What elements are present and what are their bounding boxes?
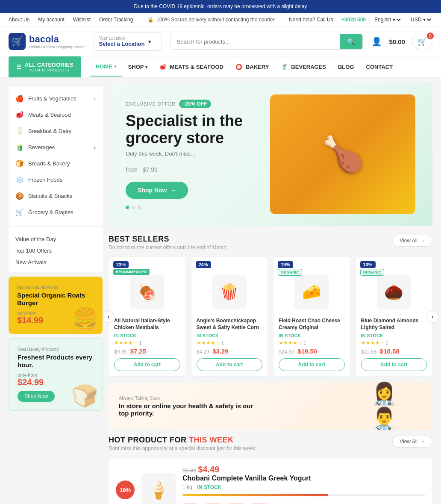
sidebar-item-fruits[interactable]: 🍎Fruits & Vegetables › xyxy=(9,90,103,106)
hot-stock: IN STOCK xyxy=(197,484,221,490)
location-selector[interactable]: Your Location Select a Location ▾ xyxy=(94,32,162,51)
product-card-3: 19% ORGANIC 🧀 Field Roast Chao Cheese Cr… xyxy=(273,256,350,377)
product-card-4: 10% ORGANIC 🌰 Blue Diamond Almonds Light… xyxy=(356,256,433,377)
health-image: 👩‍⚕️👨‍⚕️ xyxy=(371,391,422,421)
product-stock-3: IN STOCK xyxy=(279,333,345,338)
slider-next-btn[interactable]: › xyxy=(426,311,438,323)
view-all-best-sellers[interactable]: View All → xyxy=(392,235,432,247)
add-to-cart-3[interactable]: Add to cart xyxy=(279,358,345,371)
product-stars-4: ★★★★☆ 1 xyxy=(361,340,427,346)
grocery-icon: 🛒 xyxy=(15,208,24,216)
banner-text: Due to the COVID 19 epidemic, orders may… xyxy=(134,3,307,9)
sidebar-top100[interactable]: Top 100 Offers xyxy=(15,245,96,256)
breakfast-label: Breakfast & Dairy xyxy=(28,128,71,134)
hot-product-image: 🍦 xyxy=(141,473,176,504)
product-stock-1: IN STOCK xyxy=(114,333,180,338)
cart-badge: 0 xyxy=(427,32,434,39)
banner2-label: Best Bakery Products xyxy=(18,347,94,352)
product-image-1: 🍖 xyxy=(114,271,180,313)
dot-1[interactable] xyxy=(126,206,129,209)
health-banner: Always Taking Care In store or online yo… xyxy=(109,383,432,430)
nav-beverages[interactable]: 🥤BEVERAGES xyxy=(275,58,332,76)
frozen-icon: ❄️ xyxy=(15,175,24,184)
product-price-1: $9.35 $7.25 xyxy=(114,348,180,355)
product-stars-1: ★★★★☆ 1 xyxy=(114,340,180,346)
dot-2[interactable] xyxy=(132,206,135,209)
about-link[interactable]: About Us xyxy=(9,17,29,23)
product-title-2: Angie's Boomchickapop Sweet & Salty Kett… xyxy=(197,318,263,331)
wishlist-link[interactable]: Wishlist xyxy=(73,17,91,23)
nav-home[interactable]: HOME ▾ xyxy=(90,57,122,77)
hot-title-highlight: THIS WEEK xyxy=(189,436,234,444)
product-badge-1: 23% xyxy=(113,261,129,268)
view-all-hot[interactable]: View All → xyxy=(392,436,432,448)
product-title-3: Field Roast Chao Cheese Creamy Original xyxy=(279,318,345,331)
view-all-hot-label: View All xyxy=(400,439,417,445)
nav-blog[interactable]: BLOG xyxy=(332,58,360,76)
nav-bakery[interactable]: ⭕BAKERY xyxy=(229,58,275,76)
logo[interactable]: 🛒 bacola Online Grocery Shopping Center xyxy=(9,33,85,50)
biscuits-label: Biscuits & Snacks xyxy=(28,193,72,199)
hot-product-card: 19% 🍦 $5.49 $4.49 Chobani Complete Vanil… xyxy=(109,457,432,504)
hot-weight: 1 kg xyxy=(182,484,192,490)
cart-button[interactable]: 🛒 0 xyxy=(412,34,432,49)
sidebar-new-arrivals[interactable]: New Arrivals xyxy=(15,256,96,268)
hero-from: from xyxy=(126,166,138,173)
chevron-down-icon: ▾ xyxy=(148,38,151,45)
add-to-cart-1[interactable]: Add to cart xyxy=(114,358,180,371)
language-select[interactable]: English ▾ xyxy=(373,16,402,23)
hot-product-info: $5.49 $4.49 Chobani Complete Vanilla Gre… xyxy=(182,465,425,504)
sidebar: 🍎Fruits & Vegetables › 🥩Meats & Seafood … xyxy=(9,83,103,504)
old-price-3: $24.60 xyxy=(279,349,294,355)
search-input[interactable] xyxy=(171,34,341,49)
breads-icon: 🍞 xyxy=(15,159,24,168)
all-categories-button[interactable]: ☰ ALL CATEGORIES TOTAL 83 PRODUCTS xyxy=(9,56,81,77)
sidebar-item-biscuits[interactable]: 🍪Biscuits & Snacks xyxy=(9,188,103,204)
product-card-1: 23% RECOMMENDED 🍖 All Natural Italian-St… xyxy=(109,256,186,377)
product-image-4: 🌰 xyxy=(361,271,427,313)
hero-banner: EXCLUSIVE OFFER -20% OFF Specialist in t… xyxy=(109,83,432,226)
product-title-4: Blue Diamond Almonds Lightly Salted xyxy=(361,318,427,331)
phone-number[interactable]: +0020 500 xyxy=(341,17,366,23)
hot-new-price: $4.49 xyxy=(198,465,219,474)
meats-icon: 🥩 xyxy=(15,110,24,119)
best-sellers-header: BEST SELLERS Do not miss the current off… xyxy=(109,235,432,251)
location-value: Select a Location xyxy=(99,41,145,47)
nav-contact[interactable]: CONTACT xyxy=(360,58,399,76)
sidebar-item-frozen[interactable]: ❄️Frozen Foods xyxy=(9,171,103,188)
arrow-right-icon: → xyxy=(170,187,176,194)
sidebar-categories: 🍎Fruits & Vegetables › 🥩Meats & Seafood … xyxy=(9,87,103,272)
arrow-icon: › xyxy=(94,95,96,102)
currency-select[interactable]: USD ▾ xyxy=(409,16,432,23)
sidebar-item-meats[interactable]: 🥩Meats & Seafood xyxy=(9,106,103,123)
hero-title: Specialist in the grocery store xyxy=(126,112,262,146)
delivery-text: 100% Secure delivery without contacting … xyxy=(156,17,274,23)
product-badge-4: 10% xyxy=(360,261,376,268)
add-to-cart-4[interactable]: Add to cart xyxy=(361,358,427,371)
banner2-shop-btn[interactable]: Shop Now xyxy=(18,391,55,402)
add-to-cart-2[interactable]: Add to cart xyxy=(197,358,263,371)
sidebar-item-breads[interactable]: 🍞Breads & Bakery xyxy=(9,155,103,171)
sidebar-item-beverages[interactable]: 🧃Beverages › xyxy=(9,139,103,155)
banner2-title: Freshest Products every hour. xyxy=(18,354,94,369)
sidebar-item-breakfast[interactable]: 🥛Breakfast & Dairy xyxy=(9,123,103,139)
top-bar-links: About Us My account Wishlist Order Track… xyxy=(9,17,133,23)
hero-shop-btn[interactable]: Shop Now → xyxy=(126,182,188,199)
cart-price: $0.00 xyxy=(389,38,405,45)
slider-prev-btn[interactable]: ‹ xyxy=(103,311,115,323)
order-tracking-link[interactable]: Order Tracking xyxy=(99,17,133,23)
nav-meats[interactable]: 🥩MEATS & SEAFOOD xyxy=(153,58,229,76)
account-link[interactable]: My account xyxy=(38,17,64,23)
fruits-icon: 🍎 xyxy=(15,94,24,103)
nav-shop[interactable]: SHOP ▾ xyxy=(122,58,154,76)
top-bar: About Us My account Wishlist Order Track… xyxy=(0,13,441,27)
dot-3[interactable] xyxy=(138,206,141,209)
products-row: 23% RECOMMENDED 🍖 All Natural Italian-St… xyxy=(109,256,432,377)
new-price-1: $7.25 xyxy=(130,348,147,355)
search-button[interactable]: 🔍 xyxy=(340,34,362,49)
sidebar-value-day[interactable]: Value of the Day xyxy=(15,233,96,245)
sidebar-item-grocery[interactable]: 🛒Grocery & Staples xyxy=(9,204,103,220)
sidebar-promos: Value of the Day Top 100 Offers New Arri… xyxy=(9,229,103,272)
new-price-2: $3.29 xyxy=(212,348,229,355)
user-icon[interactable]: 👤 xyxy=(371,36,382,47)
